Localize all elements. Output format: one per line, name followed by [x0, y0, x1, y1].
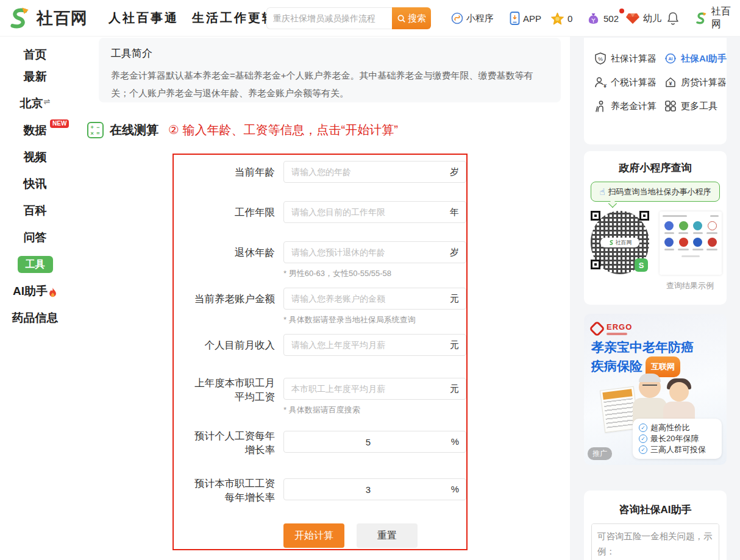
- check-icon: ✓: [639, 434, 647, 443]
- header-coin-stat[interactable]: 502: [586, 0, 619, 37]
- work-years-input[interactable]: [283, 201, 466, 223]
- field-label: 个人目前月收入: [135, 334, 275, 356]
- tool-link-pension-calc[interactable]: 养老金计算: [594, 100, 656, 112]
- ai-consult-title: 咨询社保AI助手: [584, 491, 727, 517]
- unit-label: 年: [450, 201, 459, 223]
- site-mini-logo-icon: [694, 11, 708, 26]
- ai-consult-card: 咨询社保AI助手: [584, 491, 727, 560]
- unit-label: 元: [450, 288, 459, 310]
- sidebar-item-data[interactable]: 数据NEW: [0, 117, 70, 144]
- city-avg-salary-input[interactable]: [283, 378, 466, 400]
- person-yen-icon: ¥: [594, 76, 607, 88]
- personal-growth-input[interactable]: [283, 431, 466, 453]
- header-site-link[interactable]: 社百网: [694, 0, 740, 37]
- search-icon: [397, 14, 406, 23]
- header-app-link[interactable]: APP: [510, 0, 541, 37]
- grid-icon: [664, 100, 677, 112]
- qr-code: 社百网 S: [589, 210, 650, 275]
- site-logo-text: 社百网: [37, 7, 88, 29]
- search-input[interactable]: [266, 7, 392, 29]
- new-badge: NEW: [50, 119, 69, 128]
- sidebar-item-news[interactable]: 快讯: [0, 171, 70, 197]
- tool-link-mortgage-calc[interactable]: ¥ 房贷计算器: [664, 76, 727, 88]
- field-label: 当前养老账户金额: [135, 288, 275, 310]
- tools-active-pill: 工具: [18, 256, 53, 272]
- field-label: 预计个人工资每年 增长率: [135, 429, 275, 457]
- shield-percent-icon: %: [594, 52, 607, 65]
- pension-form-highlight-box: 当前年龄 岁 工作年限 年 退休年龄 岁 * 男性60-63，女性50-55/5…: [173, 154, 468, 550]
- bell-icon: [667, 12, 679, 25]
- pointing-finger-icon: ☝: [599, 186, 605, 197]
- header-vip-link[interactable]: 幼儿: [625, 0, 661, 37]
- sidebar-item-latest[interactable]: 最新: [0, 63, 70, 90]
- ai-question-textarea[interactable]: [591, 523, 719, 560]
- city-avg-salary-hint: * 具体数据请百度搜索: [283, 405, 360, 416]
- retire-age-hint: * 男性60-63，女性50-55/55-58: [283, 268, 391, 279]
- online-calc-header: + − × = 在线测算 ② 输入年龄、工资等信息，点击“开始计算”: [87, 122, 398, 138]
- tool-link-ai-assistant[interactable]: AI 社保AI助手: [664, 52, 727, 65]
- tool-intro-body: 养老金计算器默认基本养老金=基础养老金+个人账户养老金。其中基础养老金与缴费年限…: [111, 66, 549, 102]
- check-icon: ✓: [639, 445, 647, 454]
- gem-icon: [625, 12, 640, 24]
- start-calculation-button[interactable]: 开始计算: [283, 523, 344, 548]
- money-bag-icon: [586, 12, 600, 26]
- field-label: 当前年龄: [135, 161, 275, 183]
- tool-link-tax-calc[interactable]: ¥ 个税计算器: [594, 76, 656, 88]
- gov-miniprogram-card: 政府小程序查询 ☝ 扫码查询当地社保办事小程序 社百网 S: [584, 151, 727, 305]
- app-icon: [510, 12, 520, 25]
- unit-label: 岁: [450, 241, 459, 263]
- gov-card-title: 政府小程序查询: [584, 151, 727, 175]
- header-miniprogram-link[interactable]: 小程序: [451, 0, 494, 37]
- field-label: 预计本市职工工资 每年增长率: [135, 477, 275, 505]
- site-logo-icon: [6, 5, 32, 31]
- tools-card: % 社保计算器 AI 社保AI助手 ¥ 个税计算器 ¥ 房贷计算器 养老金计算: [584, 38, 727, 144]
- search-bar: 搜索: [266, 7, 431, 29]
- left-sidebar: 首页 最新 北京⇌ 数据NEW 视频 快讯 百科 问答 工具 AI助手 药品信息: [0, 37, 85, 560]
- qr-center-label: 社百网: [600, 238, 639, 247]
- online-calc-title: 在线测算: [110, 122, 158, 138]
- tool-intro-card: 工具简介 养老金计算器默认基本养老金=基础养老金+个人账户养老金。其中基础养老金…: [99, 38, 561, 102]
- sidebar-item-city[interactable]: 北京⇌: [0, 90, 70, 117]
- svg-text:%: %: [598, 56, 603, 62]
- reset-button[interactable]: 重置: [357, 523, 418, 548]
- sidebar-item-video[interactable]: 视频: [0, 144, 70, 171]
- house-yen-icon: ¥: [664, 76, 677, 88]
- retire-age-input[interactable]: [283, 241, 466, 263]
- flame-icon: [48, 287, 57, 298]
- ad-brand-subtext: [607, 333, 627, 335]
- pension-account-input[interactable]: [283, 288, 466, 310]
- header-star-stat[interactable]: 0: [550, 0, 572, 37]
- insurance-ad[interactable]: ERGO 孝亲宝中老年防癌 疾病保险互联网 ✓超高性价比 ✓最长20年保障 ✓三…: [584, 314, 727, 465]
- city-growth-input[interactable]: [283, 478, 466, 500]
- sidebar-item-drug-info[interactable]: 药品信息: [0, 305, 70, 331]
- account-balance-hint: * 具体数据请登录当地社保局系统查询: [283, 314, 416, 325]
- sidebar-item-wiki[interactable]: 百科: [0, 197, 70, 224]
- result-example-caption: 查询结果示例: [656, 280, 724, 291]
- sidebar-item-ai-assistant[interactable]: AI助手: [0, 278, 70, 305]
- qr-corner-logo: S: [635, 258, 648, 272]
- elderly-person-icon: [594, 100, 607, 112]
- tool-link-social-calc[interactable]: % 社保计算器: [594, 52, 656, 65]
- svg-text:¥: ¥: [603, 83, 607, 88]
- field-label: 上年度本市职工月 平均工资: [135, 376, 275, 404]
- search-button[interactable]: 搜索: [392, 7, 431, 29]
- sidebar-item-tools-active[interactable]: 工具: [0, 251, 70, 278]
- field-label: 工作年限: [135, 201, 275, 223]
- unit-label: %: [451, 431, 459, 453]
- calculator-icon: + − × =: [87, 122, 104, 138]
- ad-bullet-item: ✓三高人群可投保: [639, 444, 716, 455]
- step-annotation: ② 输入年龄、工资等信息，点击“开始计算”: [168, 122, 398, 138]
- top-header: 社百网 人社百事通生活工作更轻松 搜索 小程序 APP: [0, 0, 740, 37]
- unit-label: 岁: [450, 161, 459, 183]
- svg-text:AI: AI: [669, 57, 673, 61]
- right-rail: % 社保计算器 AI 社保AI助手 ¥ 个税计算器 ¥ 房贷计算器 养老金计算: [570, 37, 740, 560]
- sidebar-item-qa[interactable]: 问答: [0, 224, 70, 251]
- current-age-input[interactable]: [283, 161, 466, 183]
- page: 社百网 人社百事通生活工作更轻松 搜索 小程序 APP: [0, 0, 740, 560]
- ergo-logo-icon: [589, 321, 605, 337]
- monthly-income-input[interactable]: [283, 334, 466, 356]
- site-logo[interactable]: 社百网: [6, 5, 88, 31]
- header-notifications[interactable]: [667, 0, 679, 37]
- tool-link-more-tools[interactable]: 更多工具: [664, 100, 717, 112]
- notification-dot: [619, 9, 624, 13]
